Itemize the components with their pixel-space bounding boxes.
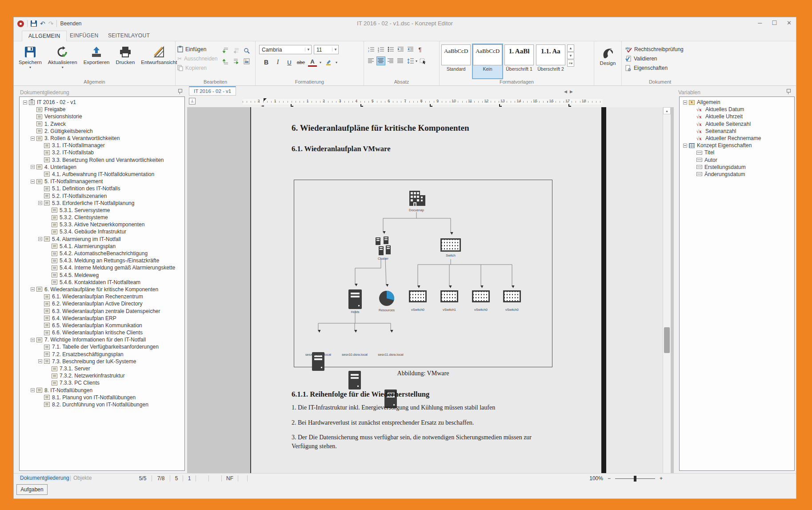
tree-item[interactable]: 7.1. Tabelle der Verfügbarkeitsanforderu… [20, 343, 184, 350]
tab-seitenlayout[interactable]: SEITENLAYOUT [102, 31, 156, 41]
multilevel-list-icon[interactable]: 12 [367, 45, 376, 54]
align-left-icon[interactable] [367, 56, 376, 65]
styles-scroll-up-icon[interactable]: ▲ [567, 44, 574, 52]
tab-allgemein[interactable]: ALLGEMEIN [22, 31, 67, 41]
collapse-expander-icon[interactable] [23, 100, 27, 104]
bullet-list-icon[interactable] [386, 45, 395, 54]
collapse-expander-icon[interactable] [38, 237, 42, 241]
tree-item[interactable]: 5.3.3. Aktive Netzwerkkomponenten [20, 221, 184, 228]
tree-item[interactable]: 3.1. IT-Notfallmanager [20, 142, 184, 149]
tab-stop-icon[interactable] [499, 104, 502, 107]
tree-item[interactable]: Aktueller Rechnername [680, 135, 793, 142]
tree-item[interactable]: 3.2. IT-Notfallstab [20, 149, 184, 156]
tree-item[interactable]: 6.6. Wiederanlaufplan kritische Clients [20, 329, 184, 336]
collapse-expander-icon[interactable] [683, 144, 687, 148]
properties-button[interactable]: ⚙ Eigenschaften [625, 64, 696, 72]
tree-item[interactable]: 4.1. Aufbewahrung IT-Notfalldokumentatio… [20, 171, 184, 178]
draft-view-button[interactable]: Entwurfsansicht [138, 44, 180, 66]
bold-button[interactable]: B [262, 58, 271, 67]
tab-stop-icon[interactable] [430, 104, 432, 107]
tree-item[interactable]: 3. Rollen & Verantwortlichkeiten [20, 135, 184, 142]
tree-item[interactable]: 5.3.1. Serversysteme [20, 207, 184, 214]
tree-item[interactable]: 6.1. Wiederanlaufplan Rechenzentrum [20, 293, 184, 300]
move-forward-icon[interactable] [232, 57, 240, 66]
underline-button[interactable]: U [285, 58, 294, 67]
tree-item[interactable]: Autor [680, 157, 793, 164]
tree-item[interactable]: 5.2. IT-Notfallszenarien [20, 192, 184, 199]
zoom-out-button[interactable]: − [608, 475, 611, 482]
collapse-expander-icon[interactable] [683, 100, 687, 104]
tree-item[interactable]: 5.4.5. Meldeweg [20, 272, 184, 279]
align-center-icon[interactable] [376, 56, 385, 65]
tree-item[interactable]: 7.3.3. PC Clients [20, 379, 184, 386]
tree-item[interactable]: 5.3.4. Gebäude Infrastruktur [20, 228, 184, 235]
select-objects-icon[interactable] [418, 56, 427, 65]
zoom-slider-thumb[interactable] [634, 476, 636, 482]
style-card-ueberschrift1[interactable]: 1. AaBl Überschrift 1 [504, 44, 534, 78]
vertical-scrollbar[interactable]: ▲ [663, 107, 671, 473]
print-button[interactable]: Drucken [112, 44, 138, 66]
paste-button[interactable]: Einfügen [177, 45, 217, 53]
document-tab[interactable]: IT 2016 - 02 - v1 [189, 86, 236, 96]
node-vswitch3[interactable] [503, 290, 521, 302]
tree-item[interactable]: 5.4. Alarmierung im IT-Notfall [20, 236, 184, 243]
tree-item[interactable]: 8. IT-Notfallübungen [20, 387, 184, 394]
minimize-button[interactable]: ─ [758, 20, 762, 26]
tree-item[interactable]: 5.4.4. Interne Meldung gemäß Alarmierung… [20, 264, 184, 271]
tree-item[interactable]: 5.4.2. AutomatischeBenachrichtigung [20, 250, 184, 257]
tree-item[interactable]: 7.3. Beschreibung der IuK-Systeme [20, 358, 184, 365]
design-button[interactable]: Design [596, 44, 620, 67]
collapse-expander-icon[interactable] [31, 388, 35, 392]
tree-item[interactable]: 3.3. Besetzung Rollen und Verantwortlich… [20, 157, 184, 164]
tab-einfuegen[interactable]: EINFÜGEN [64, 31, 104, 41]
collapse-expander-icon[interactable] [31, 180, 35, 184]
export-button[interactable]: Exportieren [80, 44, 113, 66]
tree-item[interactable]: Versionshistorie [20, 113, 184, 120]
tab-stop-icon[interactable] [291, 104, 293, 107]
tree-item[interactable]: Erstellungsdatum [680, 164, 793, 171]
tree-item[interactable]: Aktuelle Seitenzahl [680, 120, 793, 128]
node-switch[interactable] [440, 238, 461, 252]
copy-button[interactable]: Kopieren [177, 64, 217, 72]
node-docusnap[interactable] [407, 189, 426, 208]
chevron-down-icon[interactable]: ▾ [416, 59, 417, 63]
tree-item[interactable]: 1. Zweck [20, 120, 184, 128]
tree-item[interactable]: 5.4.3. Meldung an Rettungs-/Einsatzkräft… [20, 257, 184, 264]
move-down-icon[interactable] [221, 46, 230, 55]
style-card-kein[interactable]: AaBbCcD Kein [473, 44, 502, 78]
font-size-select[interactable]: 11▼ [314, 45, 339, 54]
node-vswitch0[interactable] [409, 290, 427, 302]
tree-item[interactable]: 6.4. Wiederanlaufplan ERP [20, 315, 184, 322]
collapse-expander-icon[interactable] [38, 201, 42, 205]
panel-tab-dokumentgliederung[interactable]: Dokumentgliederung [19, 475, 71, 481]
tree-item[interactable]: 2. Gültigkeitsbereich [20, 128, 184, 135]
styles-more-icon[interactable]: ≡▾ [567, 60, 574, 67]
node-hosts[interactable] [348, 289, 362, 309]
style-card-ueberschrift2[interactable]: 1.1. Aa Überschrift 2 [536, 44, 565, 78]
tree-item[interactable]: Änderungsdatum [680, 171, 793, 178]
highlight-button[interactable] [324, 58, 333, 67]
tree-item[interactable]: 6. Wiederanlaufpläne für kritische Kompo… [20, 286, 184, 293]
tree-item[interactable]: 8.1. Planung von IT-Notfallübungen [20, 394, 184, 401]
save-button[interactable]: Speichern ▾ [16, 44, 45, 70]
increase-indent-icon[interactable] [406, 45, 415, 54]
node-vswitch1[interactable] [440, 290, 458, 302]
tree-item[interactable]: Allgemein [680, 99, 793, 106]
pilcrow-icon[interactable]: ¶ [416, 45, 424, 54]
tree-item[interactable]: Aktuelle Uhrzeit [680, 113, 793, 120]
indent-marker-icon[interactable] [264, 98, 267, 101]
tree-item[interactable]: 6.2. Wiederanlaufplan Active Directory [20, 300, 184, 307]
zoom-slider[interactable] [615, 478, 655, 479]
collapse-expander-icon[interactable] [38, 359, 42, 363]
node-resources[interactable] [378, 289, 396, 307]
tree-item[interactable]: 5. IT-Notfallmanagement [20, 178, 184, 185]
tree-item[interactable]: 7.2. Ersatzbeschäftigungsplan [20, 351, 184, 358]
collapse-expander-icon[interactable] [31, 137, 35, 141]
close-button[interactable]: ✕ [787, 20, 792, 26]
tree-item[interactable]: 6.3. Wiederanlaufplan zentrale Datenspei… [20, 307, 184, 314]
tab-stop-icon[interactable] [360, 104, 363, 107]
line-spacing-icon[interactable] [406, 56, 415, 65]
snippet-icon[interactable] [242, 57, 251, 66]
align-justify-icon[interactable] [396, 56, 405, 65]
tasks-tab[interactable]: Aufgaben [16, 484, 48, 495]
